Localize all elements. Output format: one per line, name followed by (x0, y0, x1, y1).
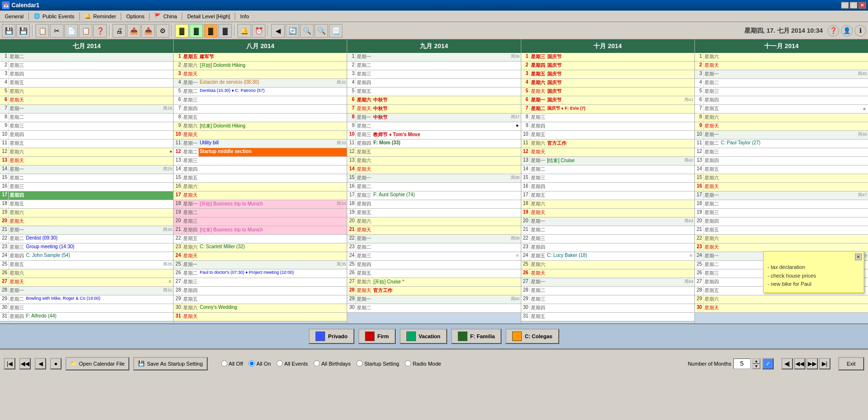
table-row[interactable]: 2 星期六 [开始] Dolomiti Hiking (174, 62, 347, 70)
table-row[interactable]: 16 星期四 (521, 183, 694, 191)
table-row[interactable]: 25 星期一 周35 (174, 261, 347, 269)
table-row[interactable]: 13 星期三 (174, 157, 347, 165)
tb-color1-button[interactable]: ▓ (175, 24, 189, 38)
tb-new-button[interactable]: 💾 (2, 24, 15, 38)
table-row[interactable]: 2 星期三 (0, 62, 173, 70)
nav-right-first-button[interactable]: ◀| (781, 358, 793, 369)
table-row[interactable]: 12 星期二 Startup middle section (174, 148, 347, 157)
table-row[interactable]: 8 星期六 (695, 114, 868, 122)
table-row[interactable]: 23 星期二 (347, 243, 520, 252)
tb-info-button[interactable]: ℹ (855, 25, 866, 37)
table-row[interactable]: 13 星期一 [结束] Cruise 周42 (521, 157, 694, 165)
table-row[interactable]: 29 星期二 Bowling with Mike, Roger & Co (19… (0, 295, 173, 304)
tb-user-button[interactable]: 👤 (841, 25, 853, 37)
radio-all-off[interactable]: All Off (221, 360, 243, 367)
table-row[interactable]: 12 星期五 (347, 148, 520, 157)
radio-all-birthdays[interactable]: All Birthdays (314, 360, 351, 367)
table-row[interactable]: 21 星期四 [结束] Business trip to Munich (174, 226, 347, 235)
sticky-close-button[interactable]: ✕ (855, 254, 862, 260)
maximize-button[interactable]: □ (850, 2, 857, 9)
table-row[interactable]: 10 星期天 (174, 131, 347, 140)
table-row[interactable]: 28 星期二 (521, 287, 694, 295)
table-row[interactable]: 29 星期三 (521, 295, 694, 304)
tb-search2-button[interactable]: 🔍 (314, 24, 328, 38)
table-row[interactable]: 16 星期六 (174, 183, 347, 191)
table-row[interactable]: 3 星期天 (174, 70, 347, 79)
table-row[interactable]: 17 星期三 F: Aunt Sophie (74) (347, 191, 520, 200)
table-row[interactable]: 23 星期四 (521, 243, 694, 252)
months-up-button[interactable]: ▲ (753, 358, 760, 364)
table-row[interactable]: 15 星期六 (695, 174, 868, 183)
table-row[interactable]: 15 星期五 (174, 174, 347, 183)
tb-help-circle-button[interactable]: ❓ (828, 25, 839, 37)
table-row[interactable]: 5 星期五 (347, 88, 520, 96)
category-familia-button[interactable]: F: Familia (451, 329, 502, 344)
nav-first-button[interactable]: |◀ (4, 358, 15, 369)
table-row[interactable]: 31 星期天 (174, 313, 347, 321)
table-row[interactable]: 28 星期天 官方工作 (347, 287, 520, 295)
category-firm-button[interactable]: Firm (358, 329, 396, 344)
table-row[interactable]: 9 星期四 (521, 122, 694, 131)
table-row[interactable]: 24 星期三 ○ (347, 252, 520, 261)
tb-color2-button[interactable]: ▓ (189, 24, 203, 38)
table-row[interactable]: 9 星期天 (695, 122, 868, 131)
table-row[interactable]: 18 星期二 (695, 200, 868, 209)
table-row[interactable]: 29 星期五 (174, 295, 347, 304)
table-row[interactable]: 21 星期一 周30 (0, 226, 173, 235)
table-row[interactable]: 6 星期六 中秋节 (347, 96, 520, 105)
table-row[interactable]: 7 星期二 国庆节 ♦ F: Evie (7) (521, 105, 694, 114)
table-row[interactable]: 11 星期一 Utility bill 周33 (174, 140, 347, 148)
table-row[interactable]: 20 星期天 (0, 217, 173, 226)
table-row[interactable]: 14 星期五 (695, 165, 868, 174)
table-row[interactable]: 24 星期四 C: John Sample (54) (0, 252, 173, 261)
category-colegas-button[interactable]: C: Colegas (505, 329, 559, 344)
table-row[interactable]: 20 星期三 (174, 217, 347, 226)
tb-left-button[interactable]: ◀ (271, 24, 285, 38)
table-row[interactable]: 14 星期二 (521, 165, 694, 174)
tb-copy-button[interactable]: 📄 (64, 24, 78, 38)
table-row[interactable]: 6 星期四 (695, 96, 868, 105)
tb-import-button[interactable]: 📥 (141, 24, 155, 38)
menu-general[interactable]: General (2, 13, 26, 20)
table-row[interactable]: 25 星期四 (347, 261, 520, 269)
table-row[interactable]: 5 星期六 (0, 88, 173, 96)
tb-export-button[interactable]: 📤 (127, 24, 140, 38)
table-row[interactable]: 31 星期五 (521, 313, 694, 321)
table-row[interactable]: 5 星期天 国庆节 (521, 88, 694, 96)
table-row[interactable]: 2 星期天 (695, 62, 868, 70)
table-row[interactable]: 8 星期五 (174, 114, 347, 122)
close-button[interactable]: ✕ (858, 2, 866, 9)
table-row[interactable]: 14 星期四 (174, 165, 347, 174)
table-row[interactable]: 3 星期五 国庆节 (521, 70, 694, 79)
table-row[interactable]: 21 星期二 (521, 226, 694, 235)
table-row[interactable]: 9 星期二 ● (347, 122, 520, 131)
table-row[interactable]: 2 星期二 (347, 62, 520, 70)
menu-detail-level[interactable]: Detail Level [High] (184, 13, 233, 20)
table-row[interactable]: 11 星期五 (0, 140, 173, 148)
table-row[interactable]: 13 星期天 (0, 157, 173, 165)
table-row[interactable]: 16 星期天 (695, 183, 868, 191)
table-row[interactable]: 20 星期四 (695, 217, 868, 226)
table-row[interactable]: 19 星期二 (174, 209, 347, 217)
table-row[interactable]: 27 星期天 ○ (0, 278, 173, 287)
table-row[interactable]: 4 星期一 Estación de servicio (08:30) 周32 (174, 79, 347, 88)
menu-reminder[interactable]: 🔔 Reminder (82, 12, 119, 20)
table-row[interactable]: 12 星期三 (695, 148, 868, 157)
table-row[interactable]: 1 星期六 (695, 53, 868, 62)
radio-all-on[interactable]: All On (249, 360, 271, 367)
months-down-button[interactable]: ▼ (753, 364, 760, 369)
table-row[interactable]: 22 星期五 (174, 235, 347, 243)
table-row[interactable]: 24 星期五 C: Lucy Baker (18) ○ (521, 252, 694, 261)
table-row[interactable]: 7 星期四 (174, 105, 347, 114)
table-row[interactable]: 13 星期四 (695, 157, 868, 165)
table-row[interactable]: 30 星期天 (695, 304, 868, 313)
table-row[interactable]: 26 星期二 Paul to doctor's (07:30) ♦ Projec… (174, 269, 347, 278)
table-row[interactable]: 11 星期四 F: Mom (33) (347, 140, 520, 148)
table-row[interactable]: 28 星期一 周31 (0, 287, 173, 295)
table-row[interactable]: 15 星期二 (0, 174, 173, 183)
table-row[interactable]: 17 星期一 周47 (695, 191, 868, 200)
nav-right-last-button[interactable]: ▶| (819, 358, 830, 369)
table-row[interactable]: 10 星期三 教师节 ♦ Tom's Move (347, 131, 520, 140)
nav-back-button[interactable]: ◀ (35, 358, 46, 369)
table-row[interactable]: 6 星期天 (0, 96, 173, 105)
